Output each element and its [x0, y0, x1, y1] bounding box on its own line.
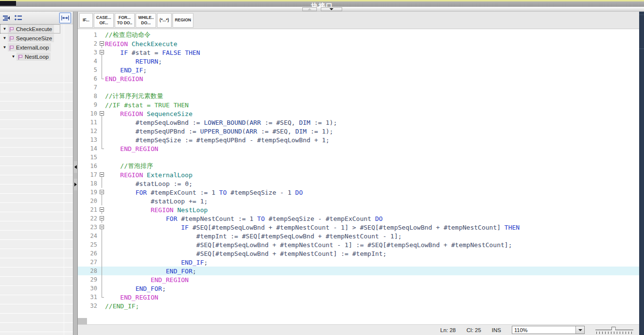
- expand-all-icon[interactable]: [14, 14, 23, 22]
- code-text[interactable]: END_REGION: [105, 75, 143, 83]
- code-line-8[interactable]: 8//计算序列元素数量: [78, 92, 639, 100]
- fold-toggle-icon[interactable]: [99, 188, 105, 197]
- code-text[interactable]: FOR #tempExCount := 1 TO #tempSeqSize - …: [105, 189, 303, 196]
- code-line-18[interactable]: 18 #statLoop := 0;: [78, 179, 639, 188]
- code-text[interactable]: //END_IF;: [105, 302, 139, 310]
- collapse-all-icon[interactable]: [2, 14, 12, 22]
- code-line-21[interactable]: 21 REGION NestLoop: [78, 205, 639, 214]
- code-line-23[interactable]: 23 IF #SEQ[#tempSeqLowBnd + #tempNestCou…: [78, 223, 639, 232]
- snippet-button-case[interactable]: CASE...OF...: [94, 13, 114, 28]
- tree-item-sequencesize[interactable]: ▼SequenceSize: [0, 34, 73, 43]
- tree-item-checkexecute[interactable]: ▼CheckExecute: [0, 24, 60, 34]
- code-text[interactable]: #tempSeqUPBnd := UPPER_BOUND(ARR := #SEQ…: [105, 128, 333, 135]
- code-text[interactable]: END_REGION: [105, 276, 189, 284]
- code-line-5[interactable]: 5 END_IF;: [78, 66, 639, 74]
- zoom-combobox[interactable]: 110%: [512, 326, 585, 334]
- expand-triangle-icon[interactable]: ▼: [1, 34, 8, 43]
- code-text[interactable]: REGION CheckExecute: [105, 40, 177, 48]
- code-line-25[interactable]: 25 #SEQ[#tempSeqLowBnd + #tempNestCount …: [78, 240, 639, 249]
- expand-triangle-icon[interactable]: ▼: [1, 43, 8, 52]
- zoom-slider[interactable]: [595, 326, 633, 334]
- code-line-32[interactable]: 32//END_IF;: [78, 302, 639, 310]
- code-line-2[interactable]: 2REGION CheckExecute: [78, 39, 639, 48]
- code-text[interactable]: #tempSeqSize := #tempSeqUPBnd - #tempSeq…: [105, 136, 330, 144]
- code-line-28[interactable]: 28 END_FOR;: [78, 267, 639, 275]
- code-line-6[interactable]: 6END_REGION: [78, 74, 639, 83]
- fold-toggle-icon[interactable]: [99, 39, 105, 48]
- snippet-button-while[interactable]: WHILE..DO...: [136, 13, 156, 28]
- code-text[interactable]: END_IF;: [105, 259, 208, 266]
- code-line-30[interactable]: 30 END_FOR;: [78, 284, 639, 293]
- code-text[interactable]: #tempInt := #SEQ[#tempSeqLowBnd + #tempN…: [105, 233, 402, 240]
- collapse-interface-button[interactable]: [302, 7, 317, 11]
- code-text[interactable]: END_REGION: [105, 145, 158, 152]
- code-line-10[interactable]: 10 REGION SequenceSize: [78, 109, 639, 118]
- code-line-14[interactable]: 14 END_REGION: [78, 144, 639, 153]
- snippet-button-[interactable]: (*...*): [157, 13, 171, 28]
- tree-item-nestloop[interactable]: ▼NestLoop: [0, 52, 73, 61]
- code-area[interactable]: 1//检查启动命令2REGION CheckExecute3 IF #stat …: [78, 30, 639, 318]
- code-line-9[interactable]: 9//IF #stat = TRUE THEN: [78, 100, 639, 109]
- code-text[interactable]: //计算序列元素数量: [105, 92, 163, 100]
- code-text[interactable]: END_REGION: [105, 294, 158, 301]
- code-line-13[interactable]: 13 #tempSeqSize := #tempSeqUPBnd - #temp…: [78, 135, 639, 144]
- code-line-3[interactable]: 3 IF #stat = FALSE THEN: [78, 48, 639, 57]
- fold-gutter: [99, 232, 105, 240]
- expand-triangle-icon[interactable]: ▼: [10, 52, 17, 61]
- code-text[interactable]: REGION SequenceSize: [105, 110, 192, 117]
- line-number: 30: [78, 285, 99, 292]
- panel-splitter[interactable]: [73, 12, 78, 335]
- code-text[interactable]: END_FOR;: [105, 268, 196, 275]
- code-line-24[interactable]: 24 #tempInt := #SEQ[#tempSeqLowBnd + #te…: [78, 232, 639, 240]
- code-text[interactable]: FOR #tempNestCount := 1 TO #tempSeqSize …: [105, 215, 383, 222]
- code-text[interactable]: REGION NestLoop: [105, 206, 208, 214]
- fold-gutter: [99, 284, 105, 293]
- zoom-dropdown-button[interactable]: [575, 326, 584, 334]
- fit-width-button[interactable]: [59, 13, 71, 23]
- code-line-22[interactable]: 22 FOR #tempNestCount := 1 TO #tempSeqSi…: [78, 214, 639, 223]
- snippet-button-region[interactable]: REGION: [173, 13, 194, 28]
- code-line-15[interactable]: 15: [78, 153, 639, 162]
- code-text[interactable]: //IF #stat = TRUE THEN: [105, 101, 189, 109]
- code-line-7[interactable]: 7: [78, 83, 639, 92]
- fold-toggle-icon[interactable]: [99, 205, 105, 214]
- tree-item-externalloop[interactable]: ▼ExternalLoop: [0, 43, 73, 52]
- code-line-20[interactable]: 20 #statLoop += 1;: [78, 197, 639, 205]
- code-line-12[interactable]: 12 #tempSeqUPBnd := UPPER_BOUND(ARR := #…: [78, 127, 639, 135]
- code-text[interactable]: //冒泡排序: [105, 162, 153, 170]
- fold-toggle-icon[interactable]: [99, 223, 105, 232]
- code-line-27[interactable]: 27 END_IF;: [78, 258, 639, 267]
- line-number: 23: [78, 224, 99, 231]
- code-text[interactable]: IF #SEQ[#tempSeqLowBnd + #tempNestCount …: [105, 224, 520, 231]
- splitter-expand-right-handle[interactable]: [74, 179, 77, 190]
- code-text[interactable]: RETURN;: [105, 58, 162, 65]
- code-text[interactable]: #statLoop := 0;: [105, 180, 192, 187]
- code-line-26[interactable]: 26 #SEQ[#tempSeqLowBnd + #tempNestCount]…: [78, 249, 639, 258]
- code-text[interactable]: IF #stat = FALSE THEN: [105, 49, 200, 56]
- code-line-31[interactable]: 31 END_REGION: [78, 293, 639, 302]
- code-line-4[interactable]: 4 RETURN;: [78, 57, 639, 66]
- code-text[interactable]: END_FOR;: [105, 285, 166, 292]
- fold-toggle-icon[interactable]: [99, 48, 105, 57]
- code-text[interactable]: #statLoop += 1;: [105, 198, 208, 205]
- code-line-1[interactable]: 1//检查启动命令: [78, 31, 639, 39]
- code-text[interactable]: //检查启动命令: [105, 31, 151, 39]
- splitter-collapse-left-handle[interactable]: [74, 161, 77, 173]
- code-line-17[interactable]: 17 REGION ExternalLoop: [78, 170, 639, 179]
- code-line-29[interactable]: 29 END_REGION: [78, 275, 639, 284]
- code-line-16[interactable]: 16 //冒泡排序: [78, 162, 639, 170]
- code-text[interactable]: #SEQ[#tempSeqLowBnd + #tempNestCount - 1…: [105, 241, 512, 249]
- code-text[interactable]: REGION ExternalLoop: [105, 171, 192, 179]
- fold-toggle-icon[interactable]: [99, 214, 105, 223]
- expand-triangle-icon[interactable]: ▼: [1, 24, 8, 34]
- code-line-11[interactable]: 11 #tempSeqLowBnd := LOWER_BOUND(ARR := …: [78, 118, 639, 127]
- code-text[interactable]: #SEQ[#tempSeqLowBnd + #tempNestCount] :=…: [105, 250, 386, 257]
- code-text[interactable]: #tempSeqLowBnd := LOWER_BOUND(ARR := #SE…: [105, 119, 337, 126]
- snippet-button-for[interactable]: FOR...TO DO..: [115, 13, 135, 28]
- expand-interface-button[interactable]: [321, 7, 342, 11]
- fold-toggle-icon[interactable]: [99, 170, 105, 179]
- snippet-button-if[interactable]: IF...: [79, 13, 93, 28]
- fold-toggle-icon[interactable]: [99, 109, 105, 118]
- code-line-19[interactable]: 19 FOR #tempExCount := 1 TO #tempSeqSize…: [78, 188, 639, 197]
- code-text[interactable]: END_IF;: [105, 67, 147, 74]
